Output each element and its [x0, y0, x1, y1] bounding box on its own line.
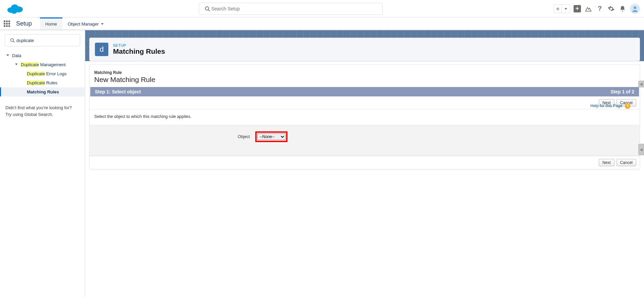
sidebar-item-duplicate-rules[interactable]: Duplicate Rules: [3, 78, 82, 87]
svg-point-9: [634, 6, 636, 9]
page-eyebrow: SETUP: [113, 43, 165, 47]
right-panel-tab-icon[interactable]: ◄: [638, 144, 644, 155]
app-launcher-icon[interactable]: [0, 17, 13, 30]
wizard-step-bar: Step 1: Select object Step 1 of 2: [90, 87, 639, 96]
wizard-step-label: Step 1: Select object: [95, 89, 141, 94]
breadcrumb: Matching Rule: [90, 70, 640, 75]
chevron-down-icon: [101, 22, 104, 27]
global-header: + ?: [0, 0, 644, 17]
search-icon: [203, 5, 211, 13]
tree-section-label: Data: [12, 53, 21, 58]
object-form-row: Object --None--: [90, 125, 640, 156]
svg-point-4: [205, 7, 209, 10]
global-create-icon[interactable]: +: [574, 5, 581, 12]
help-for-page-link[interactable]: Help for this Page: [590, 103, 622, 108]
setup-sidebar: Data Duplicate Management Duplicate Erro…: [0, 30, 85, 297]
svg-point-3: [11, 9, 17, 14]
svg-marker-10: [101, 23, 104, 25]
trailhead-icon[interactable]: [584, 5, 592, 13]
global-search-input[interactable]: [211, 6, 378, 11]
help-icon[interactable]: ?: [596, 5, 604, 13]
header-utility-icons: + ?: [553, 4, 640, 14]
right-panel-tab-icon[interactable]: ◄: [638, 81, 644, 87]
quick-find-input[interactable]: [16, 38, 76, 43]
salesforce-logo-icon[interactable]: [6, 3, 23, 15]
svg-line-12: [13, 41, 15, 43]
sidebar-item-label: Duplicate Rules: [27, 80, 57, 85]
context-bar: Setup Home Object Manager: [0, 17, 644, 30]
nav-tab-label: Object Manager: [68, 22, 99, 27]
button-row-bottom: Next Cancel: [90, 156, 640, 169]
svg-point-11: [11, 39, 14, 42]
next-button[interactable]: Next: [599, 159, 614, 166]
wizard-step-progress: Step 1 of 2: [610, 89, 634, 94]
svg-marker-6: [556, 7, 560, 11]
svg-marker-13: [6, 54, 9, 56]
sidebar-item-label: Matching Rules: [27, 89, 59, 94]
help-bubble-icon[interactable]: ?: [625, 103, 630, 109]
cancel-button[interactable]: Cancel: [616, 159, 636, 166]
sidebar-footer: Didn't find what you're looking for? Try…: [3, 104, 82, 118]
sidebar-item-label: Duplicate Error Logs: [27, 71, 67, 76]
nav-tab-object-manager[interactable]: Object Manager: [62, 17, 110, 30]
app-name: Setup: [13, 17, 40, 30]
user-avatar-icon[interactable]: [630, 4, 640, 14]
instruction-text: Select the object to which this matching…: [90, 110, 640, 125]
page-object-icon: d: [95, 43, 108, 56]
classic-page-title: New Matching Rule: [90, 75, 640, 87]
notifications-bell-icon[interactable]: [619, 5, 627, 13]
page-title: Matching Rules: [113, 47, 165, 55]
page-header: d SETUP Matching Rules: [89, 38, 640, 61]
chevron-down-icon: [15, 62, 18, 67]
highlight-annotation: --None--: [255, 131, 287, 142]
sidebar-item-matching-rules[interactable]: Matching Rules: [0, 87, 85, 96]
chevron-down-icon: [6, 53, 9, 58]
main-content: d SETUP Matching Rules Help for this Pag…: [85, 30, 644, 297]
button-row-top: Next Cancel: [90, 96, 640, 110]
tree-section-data[interactable]: Data: [3, 51, 82, 60]
global-search[interactable]: [199, 3, 383, 15]
search-icon: [8, 36, 16, 44]
setup-gear-icon[interactable]: [607, 5, 615, 13]
tree-group-label: Duplicate Management: [21, 62, 66, 67]
help-link-area: Help for this Page ?: [590, 103, 630, 109]
content-card: Help for this Page ? Matching Rule New M…: [89, 65, 640, 169]
nav-tab-home[interactable]: Home: [40, 17, 62, 30]
svg-line-5: [208, 10, 210, 11]
svg-marker-7: [565, 8, 567, 10]
favorite-star-icon[interactable]: [554, 5, 562, 13]
svg-marker-14: [15, 63, 18, 65]
sidebar-item-duplicate-error-logs[interactable]: Duplicate Error Logs: [3, 69, 82, 78]
tree-group-duplicate-management[interactable]: Duplicate Management: [3, 60, 82, 69]
favorite-dropdown-icon[interactable]: [562, 5, 570, 13]
object-select[interactable]: --None--: [257, 133, 285, 140]
quick-find[interactable]: [5, 34, 80, 46]
object-field-label: Object: [94, 134, 255, 139]
nav-tab-label: Home: [45, 22, 57, 27]
